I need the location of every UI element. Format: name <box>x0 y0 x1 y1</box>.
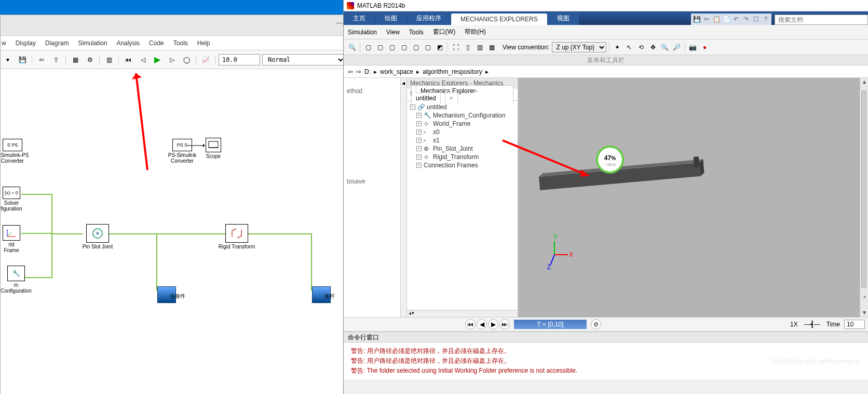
menu-item[interactable]: 帮助(H) <box>465 28 486 36</box>
matlab-titlebar[interactable]: MATLAB R2014b <box>344 0 868 11</box>
menu-item[interactable]: Display <box>16 40 36 47</box>
block-mechanism-config[interactable]: 🔧 m Configuration <box>1 266 32 294</box>
record-icon[interactable]: ● <box>700 42 710 52</box>
menu-item[interactable]: Help <box>197 40 210 47</box>
folder-fwd-icon[interactable]: ⇨ <box>356 68 361 75</box>
tab-mechanics-explorers[interactable]: MECHANICS EXPLORERS <box>451 14 547 25</box>
scroll-up-arrow-icon[interactable]: ▴ <box>863 293 866 299</box>
tree-footer[interactable]: ▴▾ <box>407 310 518 317</box>
folder-back-icon[interactable]: ⇦ <box>348 68 353 75</box>
help-icon[interactable]: ? <box>762 15 770 23</box>
tile2-icon[interactable]: ▥ <box>474 42 485 52</box>
menu-item[interactable]: View <box>386 29 400 36</box>
tree-item[interactable]: +⊛Pin_Slot_Joint <box>409 145 516 153</box>
loop-icon[interactable]: ⊘ <box>591 319 601 330</box>
scroll-down-icon[interactable]: ▾ <box>860 309 868 317</box>
close-tab-icon[interactable]: × <box>445 93 458 103</box>
sim-mode-select[interactable]: Normal <box>262 54 345 65</box>
3d-viewer[interactable]: Y X Z 47% ↑ 0K/s ▴ ▾ <box>518 78 868 317</box>
tab-view[interactable]: 视图 <box>548 12 579 25</box>
step-prev-icon[interactable]: ◁ <box>137 54 149 66</box>
block-rigid-transform[interactable]: Rigid Transform <box>213 224 260 249</box>
breadcrumb[interactable]: ⇦ ⇨ D: ▸ work_space ▸ algorithm_resposit… <box>344 65 868 78</box>
step-next-icon[interactable]: ▷ <box>166 54 178 66</box>
block-ps-simulink-converter[interactable]: PS S PS-Simulink Converter <box>167 139 198 164</box>
step-fwd-icon[interactable]: ⏭ <box>499 319 510 330</box>
tab-plots[interactable]: 绘图 <box>375 12 406 25</box>
tree-item-root[interactable]: −🔗untitled <box>409 103 516 111</box>
tree-list[interactable]: −🔗untitled +🔧Mechanism_Configuration +⊹W… <box>407 101 518 172</box>
expand-icon[interactable]: ◀ <box>402 81 405 86</box>
tree-item[interactable]: +▫x0 <box>409 128 516 136</box>
paste-icon[interactable]: 📄 <box>722 15 730 23</box>
crumb-segment[interactable]: work_space <box>380 68 413 75</box>
menu-item[interactable]: Analysis <box>116 40 140 47</box>
scroll-thumb[interactable] <box>861 90 866 288</box>
vertical-scrollbar[interactable]: ▴ ▾ <box>860 78 868 317</box>
block-solver-config[interactable]: (x) = 0 Solver figuration <box>1 187 22 212</box>
view-left-icon[interactable]: ▢ <box>411 42 421 52</box>
copy-icon[interactable]: 📋 <box>712 15 721 23</box>
time-slider[interactable]: T = [0,10] <box>514 320 587 329</box>
tree-item[interactable]: +Connection Frames <box>409 161 516 169</box>
play-button[interactable]: ▶ <box>488 319 498 330</box>
zoom-in-icon[interactable]: 🔍 <box>660 42 670 52</box>
simulink-titlebar[interactable]: — ☐ ✕ <box>1 15 399 36</box>
menu-item[interactable]: w <box>2 40 6 47</box>
tab-home[interactable]: 主页 <box>344 12 375 25</box>
menu-item[interactable]: Tools <box>173 40 188 47</box>
zoom-icon[interactable]: 🔍 <box>347 42 357 52</box>
block-subsystem-2[interactable]: 接杆 <box>301 286 342 303</box>
tree-item[interactable]: +🔧Mechanism_Configuration <box>409 111 516 120</box>
step-back-icon[interactable]: ◀ <box>477 319 487 330</box>
crumb-segment[interactable]: algorithm_respository <box>423 68 482 75</box>
tree-tab[interactable]: Mechanics Explorer-untitled× <box>411 85 513 103</box>
view-iso-icon[interactable]: ◩ <box>435 42 445 52</box>
cursor-icon[interactable]: ↖ <box>624 42 634 52</box>
block-scope[interactable]: Scope <box>203 138 224 159</box>
view-right-icon[interactable]: ▢ <box>423 42 433 52</box>
run-button[interactable]: ▶ <box>151 54 164 66</box>
block-world-frame[interactable]: rld Frame <box>1 225 22 253</box>
redo-icon[interactable]: ↷ <box>742 15 750 23</box>
crumb-segment[interactable]: D: <box>364 68 371 75</box>
menu-item[interactable]: Simulation <box>78 40 107 47</box>
scroll-up-icon[interactable]: ▴ <box>860 78 868 86</box>
view-convention-select[interactable]: Z up (XY Top) <box>552 42 606 52</box>
stop-icon[interactable]: ◯ <box>180 54 193 66</box>
tree-item[interactable]: +⊹Rigid_Transform <box>409 153 516 161</box>
open-icon[interactable]: ▾ <box>2 54 14 66</box>
library-icon[interactable]: ▦ <box>69 54 82 66</box>
tree-item[interactable]: +⊹World_Frame <box>409 120 516 128</box>
camera-icon[interactable]: 📷 <box>688 42 698 52</box>
zoom-out-icon[interactable]: 🔎 <box>672 42 682 52</box>
tile4-icon[interactable]: ▦ <box>486 42 497 52</box>
panel-divider[interactable]: ◀ <box>401 78 407 317</box>
tab-apps[interactable]: 应用程序 <box>407 12 451 25</box>
window-icon[interactable]: ☐ <box>752 15 760 23</box>
sdi-icon[interactable]: 📈 <box>199 54 212 66</box>
tree-item[interactable]: +▫x1 <box>409 136 516 145</box>
menu-item[interactable]: Tools <box>409 29 424 36</box>
view-top-icon[interactable]: ▢ <box>387 42 397 52</box>
menu-item[interactable]: Simulation <box>348 29 377 36</box>
save-icon[interactable]: 💾 <box>693 15 701 23</box>
save-icon[interactable]: 💾 <box>16 54 29 66</box>
block-subsystem-1[interactable]: 连接件 <box>146 286 187 303</box>
menu-item[interactable]: Diagram <box>45 40 69 47</box>
menu-item[interactable]: 窗口(W) <box>433 28 455 36</box>
search-docs-input[interactable] <box>775 15 868 25</box>
gear-icon[interactable]: ⚙ <box>84 54 96 66</box>
stop-time-input[interactable] <box>219 54 260 65</box>
simulink-canvas[interactable]: S PS Simulink-PS Converter PS S PS-Simul… <box>1 69 399 391</box>
block-simulink-ps-converter[interactable]: S PS Simulink-PS Converter <box>1 139 24 164</box>
view-front-icon[interactable]: ▢ <box>363 42 373 52</box>
block-pin-slot-joint[interactable]: Pin Slot Joint <box>79 224 116 249</box>
pan-icon[interactable]: ✥ <box>648 42 658 52</box>
explorer-icon[interactable]: ▥ <box>103 54 115 66</box>
goto-start-icon[interactable]: ⏮ <box>465 319 476 330</box>
fit-icon[interactable]: ⛶ <box>451 42 461 52</box>
up-icon[interactable]: ⇧ <box>50 54 62 66</box>
rotate-icon[interactable]: ⟲ <box>636 42 646 52</box>
view-bottom-icon[interactable]: ▢ <box>399 42 409 52</box>
